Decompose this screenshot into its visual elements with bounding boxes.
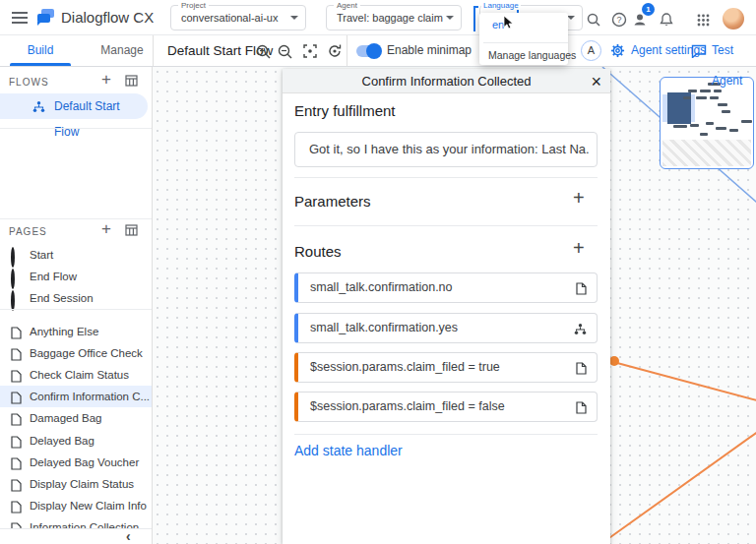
center-focus-icon[interactable] (302, 43, 318, 63)
apps-grid-icon[interactable] (697, 13, 710, 30)
divider (0, 218, 152, 219)
page-label: Check Claim Status (30, 364, 129, 386)
page-label: Confirm Information C... (30, 386, 150, 407)
route-card[interactable]: small_talk.confirmation.no (294, 272, 598, 303)
minimap-node (741, 120, 752, 123)
page-label: Display Claim Status (30, 473, 134, 495)
page-icon (11, 456, 22, 474)
avatar[interactable] (723, 8, 744, 30)
page-icon (11, 347, 22, 365)
route-card[interactable]: $session.params.claim_filed = true (294, 352, 598, 383)
minimap-node (700, 133, 708, 136)
pages-section-title: PAGES (9, 226, 47, 237)
sidebar-item-page[interactable]: Anything Else (0, 321, 152, 342)
collapse-sidebar-icon[interactable]: ‹ (126, 528, 131, 544)
sidebar-item-page[interactable]: Check Claim Status (0, 364, 152, 386)
app-header: Dialogflow CX Project conversational-ai-… (0, 0, 756, 35)
route-card[interactable]: $session.params.claim_filed = false (294, 392, 598, 422)
sidebar-item-page[interactable]: Damaged Bag (0, 407, 152, 429)
version-badge[interactable]: A (581, 40, 601, 61)
route-card[interactable]: small_talk.confirmation.yes (294, 313, 598, 343)
page-label: Display New Claim Info (30, 495, 147, 516)
sidebar-item-start[interactable]: Start (0, 244, 152, 266)
minimap-node (718, 103, 727, 106)
language-menu: en Manage languages (479, 13, 568, 65)
page-icon (11, 391, 22, 408)
page-label: End Session (30, 287, 94, 309)
page-icon (576, 281, 587, 299)
pages-list-view-icon[interactable] (125, 222, 138, 240)
flows-section-title: FLOWS (9, 77, 49, 88)
page-label: Anything Else (30, 321, 98, 342)
minimap-node (690, 124, 699, 127)
route-label: $session.params.claim_filed = false (310, 393, 505, 421)
page-circle-icon (11, 271, 15, 288)
close-icon[interactable]: × (591, 70, 601, 93)
minimap-node (696, 96, 707, 99)
minimap-node (716, 127, 726, 130)
sidebar-item-page[interactable]: Baggage Office Check (0, 342, 152, 364)
search-icon[interactable] (586, 12, 601, 31)
help-icon[interactable]: ? (611, 12, 627, 31)
divider (483, 42, 568, 43)
dialogflow-cx-app: Confirm Information Collected × Entry fu… (0, 0, 756, 544)
chat-icon (691, 44, 707, 62)
page-label: Baggage Office Check (30, 342, 143, 364)
add-route-button[interactable]: + (573, 238, 585, 258)
menu-icon[interactable] (12, 12, 28, 24)
agent-select-value: Travel: baggage claim (337, 6, 443, 30)
sidebar-item-page[interactable]: Delayed Bag (0, 430, 152, 452)
add-state-handler-link[interactable]: Add state handler (294, 443, 403, 458)
reset-zoom-icon[interactable] (327, 43, 343, 63)
tab-build[interactable]: Build (10, 35, 71, 66)
test-agent-button[interactable]: Test Agent (712, 35, 756, 96)
zoom-in-icon[interactable] (255, 43, 272, 64)
page-icon (11, 369, 22, 387)
route-label: small_talk.confirmation.yes (310, 314, 458, 342)
zoom-out-icon[interactable] (277, 43, 293, 64)
route-label: small_talk.confirmation.no (310, 273, 453, 302)
agent-select[interactable]: Agent Travel: baggage claim (326, 5, 462, 30)
divider (294, 177, 598, 178)
minimap-node (722, 110, 730, 113)
project-select[interactable]: Project conversational-ai-ux (170, 5, 306, 30)
mouse-cursor-icon (503, 15, 514, 34)
page-settings-panel: Confirm Information Collected × Entry fu… (283, 69, 610, 544)
enable-minimap-toggle[interactable] (356, 45, 380, 57)
page-icon (11, 500, 22, 517)
minimap-node (683, 96, 691, 99)
sidebar-item-page[interactable]: Display New Claim Info (0, 495, 152, 516)
divider (294, 434, 598, 435)
chevron-down-icon (446, 16, 454, 24)
flows-list-view-icon[interactable] (125, 73, 138, 91)
entry-fulfillment-field[interactable]: Got it, so I have this as your informati… (294, 132, 598, 167)
panel-title: Confirm Information Collected (283, 69, 610, 93)
minimap-node (706, 122, 714, 125)
language-select-label: Language (481, 1, 521, 10)
sidebar-item-page[interactable]: Display Claim Status (0, 473, 152, 495)
sidebar-item-end-flow[interactable]: End Flow (0, 266, 152, 287)
tab-manage[interactable]: Manage (91, 35, 154, 66)
routes-heading: Routes (294, 243, 342, 260)
divider (346, 35, 347, 66)
flow-item-label: Default Start Flow (54, 93, 148, 145)
page-icon (11, 435, 22, 453)
toolbar: Build Manage Default Start Flow Enable m… (0, 35, 756, 67)
add-parameter-button[interactable]: + (573, 188, 585, 208)
dialogflow-logo-icon (37, 9, 55, 25)
page-icon (11, 412, 22, 430)
sidebar-item-page[interactable]: Delayed Bag Voucher (0, 452, 152, 473)
svg-text:?: ? (616, 15, 621, 25)
sidebar-item-page-selected[interactable]: Confirm Information C... (0, 386, 152, 407)
manage-languages-item[interactable]: Manage languages (488, 49, 576, 61)
sidebar-item-default-start-flow[interactable]: Default Start Flow (0, 93, 148, 119)
bell-icon[interactable] (659, 12, 674, 31)
sidebar-item-end-session[interactable]: End Session (0, 287, 152, 309)
add-page-button[interactable]: + (101, 220, 111, 237)
sidebar-footer: ‹ (0, 528, 152, 544)
page-icon (576, 400, 587, 418)
page-icon (11, 478, 22, 496)
add-flow-button[interactable]: + (101, 71, 111, 88)
page-label: Damaged Bag (30, 407, 102, 429)
page-circle-icon (11, 249, 15, 267)
